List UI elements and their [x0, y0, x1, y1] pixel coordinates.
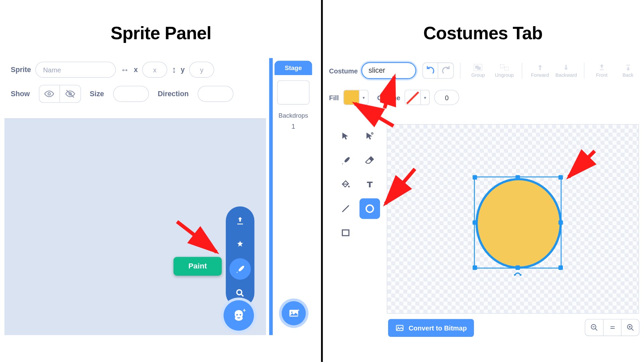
selection-handle[interactable] [473, 265, 477, 270]
svg-rect-16 [505, 67, 508, 70]
fill-swatch [344, 90, 359, 105]
backward-label: Backward [555, 72, 577, 78]
back-button[interactable]: Back [617, 60, 640, 81]
brush-tool[interactable] [335, 150, 356, 171]
convert-label: Convert to Bitmap [409, 324, 467, 332]
undo-button[interactable] [423, 63, 438, 78]
svg-line-32 [631, 328, 633, 330]
rectangle-tool[interactable] [335, 223, 356, 243]
selection-handle[interactable] [558, 220, 563, 225]
svg-point-18 [371, 133, 373, 134]
back-label: Back [623, 72, 634, 78]
selection-handle[interactable] [558, 265, 563, 270]
select-tool[interactable] [335, 126, 356, 146]
fill-outline-row: Fill ▾ Outline ▾ 0 [326, 87, 639, 107]
y-input[interactable]: y [189, 62, 214, 78]
toolbar-separator [522, 63, 522, 79]
surprise-sprite-button[interactable] [229, 234, 251, 255]
selection-handle[interactable] [473, 175, 477, 180]
heading-sprite-panel: Sprite Panel [0, 0, 322, 52]
svg-rect-15 [500, 65, 504, 68]
eraser-tool[interactable] [360, 150, 380, 171]
selection-handle[interactable] [516, 175, 520, 180]
add-sprite-fab[interactable]: + [224, 300, 254, 331]
group-button[interactable]: Group [467, 60, 490, 81]
svg-line-27 [595, 328, 597, 330]
direction-input[interactable] [198, 86, 233, 102]
svg-point-5 [236, 314, 238, 316]
svg-text:+: + [297, 308, 300, 312]
sprite-name-placeholder: Name [43, 66, 61, 74]
show-hidden-button[interactable] [60, 85, 80, 103]
outline-swatch-none [405, 90, 420, 105]
chevron-down-icon: ▾ [420, 90, 429, 105]
outline-color-picker[interactable]: ▾ [405, 90, 430, 105]
show-toggle-group [39, 85, 81, 103]
costumes-tab: Costumes Tab Costume slicer Group Ungrou… [322, 0, 644, 362]
front-button[interactable]: Front [590, 60, 613, 81]
reshape-tool[interactable] [360, 126, 380, 146]
backdrops-count: 1 [274, 122, 312, 130]
x-axis-icon: ↔ [120, 65, 129, 75]
sprite-panel: Sprite Panel Sprite Name ↔ x x ↕ y y Sho… [0, 0, 322, 362]
x-label: x [134, 66, 138, 74]
y-axis-icon: ↕ [172, 65, 176, 75]
svg-point-9 [291, 311, 292, 313]
x-input[interactable]: x [142, 62, 167, 78]
sprite-name-input[interactable]: Name [36, 62, 116, 78]
show-visible-button[interactable] [39, 85, 60, 103]
fill-tool[interactable] [335, 174, 356, 195]
outline-width-input[interactable]: 0 [434, 90, 460, 105]
size-input[interactable] [113, 86, 149, 102]
stage-column: Stage Backdrops 1 + [269, 58, 313, 335]
text-tool[interactable] [360, 174, 380, 195]
circle-tool[interactable] [360, 198, 380, 219]
zoom-reset-button[interactable] [603, 319, 621, 336]
backdrops-label: Backdrops [274, 112, 312, 119]
direction-label: Direction [158, 90, 189, 98]
show-label: Show [11, 90, 30, 98]
redo-button[interactable] [438, 63, 453, 78]
outline-label: Outline [377, 94, 400, 101]
convert-to-bitmap-button[interactable]: Convert to Bitmap [388, 319, 474, 337]
svg-point-6 [239, 314, 241, 316]
svg-line-17 [407, 92, 419, 104]
line-tool[interactable] [335, 198, 356, 219]
rotation-handle[interactable] [514, 272, 522, 279]
front-label: Front [596, 72, 607, 78]
add-backdrop-fab[interactable]: + [282, 301, 306, 325]
selection-handle[interactable] [473, 220, 477, 225]
ungroup-label: Ungroup [495, 72, 514, 78]
svg-point-23 [477, 179, 561, 268]
svg-text:+: + [243, 307, 246, 313]
zoom-out-button[interactable] [585, 319, 603, 336]
costume-name-value: slicer [369, 67, 385, 75]
svg-rect-22 [342, 230, 349, 236]
svg-line-4 [241, 294, 244, 297]
upload-sprite-button[interactable] [229, 210, 251, 232]
selection-box[interactable] [474, 177, 561, 269]
selection-handle[interactable] [558, 175, 563, 180]
forward-button[interactable]: Forward [529, 60, 551, 81]
stage-thumbnail[interactable] [277, 80, 309, 105]
y-value: y [200, 66, 203, 74]
stage-rail [269, 58, 273, 335]
zoom-in-button[interactable] [621, 319, 639, 336]
svg-point-21 [366, 205, 373, 212]
paint-tools [335, 126, 380, 243]
svg-rect-14 [478, 67, 480, 69]
paint-canvas[interactable] [387, 124, 639, 314]
zoom-controls [585, 319, 640, 336]
x-value: x [153, 66, 157, 74]
circle-shape[interactable] [475, 177, 562, 269]
heading-costumes-tab: Costumes Tab [322, 0, 644, 52]
stage-header[interactable]: Stage [274, 61, 312, 75]
backward-button[interactable]: Backward [555, 60, 578, 81]
ungroup-button[interactable]: Ungroup [493, 60, 516, 81]
selection-handle[interactable] [516, 265, 520, 270]
costume-label: Costume [329, 67, 358, 74]
paint-tooltip: Paint [173, 257, 222, 276]
fill-color-picker[interactable]: ▾ [343, 90, 368, 105]
costume-name-input[interactable]: slicer [361, 62, 416, 79]
paint-sprite-button[interactable] [229, 258, 251, 280]
